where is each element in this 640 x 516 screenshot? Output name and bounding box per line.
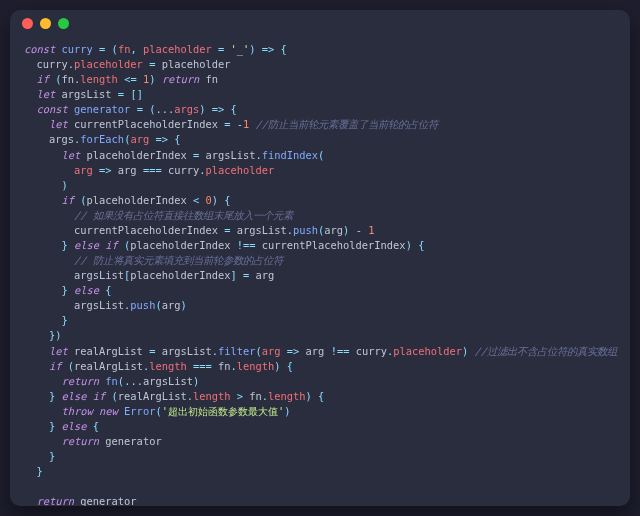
token-id: arg — [306, 345, 325, 357]
code-line: if (realArgList.length === fn.length) { — [24, 359, 616, 374]
token-fn: fn — [105, 375, 118, 387]
token-pn: { — [231, 103, 237, 115]
editor-window: const curry = (fn, placeholder = '_') =>… — [10, 10, 630, 506]
token-id: argsList — [62, 88, 112, 100]
code-line: } — [24, 313, 616, 328]
token-pn: } — [24, 390, 62, 402]
token-id: placeholderIndex — [130, 269, 230, 281]
token-op: !== — [324, 345, 355, 357]
token-pn: { — [281, 43, 287, 55]
code-line: let currentPlaceholderIndex = -1 //防止当前轮… — [24, 117, 616, 132]
token-fn: findIndex — [262, 149, 318, 161]
token-nm: 1 — [368, 224, 374, 236]
token-cm: // 防止将真实元素填充到当前轮参数的占位符 — [74, 254, 283, 266]
token-kw: return — [62, 375, 106, 387]
token-kw: if — [49, 360, 68, 372]
token-id: arg — [256, 269, 275, 281]
token-pr: args — [174, 103, 199, 115]
token-id: argsList — [74, 299, 124, 311]
code-line: // 如果没有占位符直接往数组末尾放入一个元素 — [24, 208, 616, 223]
token-id: argsList — [74, 269, 124, 281]
code-line: } — [24, 464, 616, 479]
token-pr: placeholder — [74, 58, 143, 70]
token-pn — [24, 360, 49, 372]
token-pn: } — [24, 284, 74, 296]
token-id: placeholderIndex — [130, 239, 230, 251]
token-cm: //防止当前轮元素覆盖了当前轮的占位符 — [256, 118, 439, 130]
token-pn — [24, 73, 37, 85]
token-cm: // 如果没有占位符直接往数组末尾放入一个元素 — [74, 209, 293, 221]
token-id: placeholderIndex — [87, 149, 187, 161]
token-cm: //过滤出不含占位符的真实数组 — [475, 345, 618, 357]
code-line: // 防止将真实元素填充到当前轮参数的占位符 — [24, 253, 616, 268]
minimize-icon[interactable] — [40, 18, 51, 29]
token-op: = — [112, 88, 131, 100]
code-line: return generator — [24, 434, 616, 449]
token-id: args — [49, 133, 74, 145]
token-kw: let — [62, 149, 87, 161]
code-line: return fn(...argsList) — [24, 374, 616, 389]
token-op: = — [212, 43, 231, 55]
token-op: === — [187, 360, 218, 372]
token-kw: if — [62, 194, 81, 206]
token-pn: } — [24, 420, 62, 432]
token-pr: arg — [74, 164, 93, 176]
token-pn: { — [174, 133, 180, 145]
zoom-icon[interactable] — [58, 18, 69, 29]
token-id: currentPlaceholderIndex — [262, 239, 406, 251]
token-pn: ) — [284, 405, 290, 417]
token-pn — [24, 149, 62, 161]
token-id: realArgList — [74, 345, 143, 357]
token-fn: push — [293, 224, 318, 236]
token-kw: else — [62, 420, 93, 432]
code-line: arg => arg === curry.placeholder — [24, 163, 616, 178]
token-id: placeholder — [162, 58, 231, 70]
token-id: argsList — [237, 224, 287, 236]
token-id: generator — [105, 435, 161, 447]
token-pr: fn — [118, 43, 131, 55]
code-line: argsList[placeholderIndex] = arg — [24, 268, 616, 283]
close-icon[interactable] — [22, 18, 33, 29]
token-fn: Error — [124, 405, 155, 417]
code-line: return generator — [24, 494, 616, 506]
token-kw: else if — [62, 390, 112, 402]
token-pn: } — [24, 450, 55, 462]
token-op: < — [187, 194, 206, 206]
token-fn: curry — [62, 43, 93, 55]
token-op: = — [130, 103, 149, 115]
token-fn: push — [130, 299, 155, 311]
code-line: currentPlaceholderIndex = argsList.push(… — [24, 223, 616, 238]
code-line: } — [24, 449, 616, 464]
token-op: ... — [155, 103, 174, 115]
token-op: = — [93, 43, 112, 55]
token-kw: else — [74, 284, 105, 296]
token-op: => — [206, 103, 231, 115]
token-pn: ) — [462, 345, 475, 357]
token-id: curry — [168, 164, 199, 176]
token-op: = — [187, 149, 206, 161]
token-pn: ) — [180, 299, 186, 311]
token-fn: forEach — [80, 133, 124, 145]
token-pr: placeholder — [143, 43, 212, 55]
token-op: <= — [118, 73, 143, 85]
token-pn: { — [93, 420, 99, 432]
token-pn: } — [24, 314, 68, 326]
token-id: curry — [356, 345, 387, 357]
token-pn — [24, 254, 74, 266]
token-id: argsList — [162, 345, 212, 357]
token-pn: }) — [24, 329, 62, 341]
code-line: if (fn.length <= 1) return fn — [24, 72, 616, 87]
token-pn: ) { — [406, 239, 425, 251]
token-pn — [24, 345, 49, 357]
token-id: realArgList — [74, 360, 143, 372]
token-op: ... — [124, 375, 143, 387]
token-op: = — [237, 269, 256, 281]
code-line — [24, 479, 616, 494]
token-pn: ) — [24, 179, 68, 191]
token-id: realArgList — [118, 390, 187, 402]
code-line: }) — [24, 328, 616, 343]
token-op: => — [149, 133, 174, 145]
token-fn: generator — [74, 103, 130, 115]
token-pn — [24, 435, 62, 447]
code-line: const curry = (fn, placeholder = '_') =>… — [24, 42, 616, 57]
